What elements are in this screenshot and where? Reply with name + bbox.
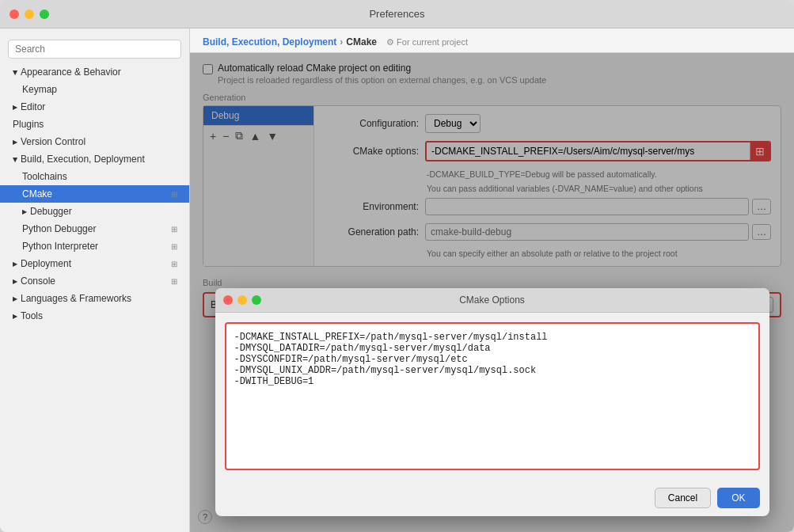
- expand-icon: ▶: [13, 260, 17, 268]
- sidebar-item-editor[interactable]: ▶ Editor: [0, 98, 189, 116]
- search-container: [0, 35, 189, 63]
- expand-icon: ▶: [22, 208, 27, 215]
- sidebar-item-label: Debugger: [30, 206, 72, 217]
- window-controls: [9, 10, 49, 19]
- expand-icon: ▶: [13, 104, 17, 111]
- expand-icon: ▶: [13, 313, 17, 320]
- sidebar-item-label: Version Control: [21, 136, 85, 147]
- expand-icon: ▶: [12, 70, 19, 74]
- close-button[interactable]: [9, 10, 19, 19]
- modal-footer: Cancel OK: [215, 480, 769, 516]
- sidebar-item-label: Console: [21, 276, 55, 287]
- deployment-icon: ⊞: [169, 258, 180, 269]
- sidebar-item-deployment[interactable]: ▶ Deployment ⊞: [0, 255, 189, 272]
- expand-icon: ▶: [13, 278, 17, 285]
- sidebar-item-label: Languages & Frameworks: [21, 293, 131, 304]
- main-panel: Build, Execution, Deployment › CMake ⚙ F…: [190, 28, 794, 532]
- sidebar-item-label: Appearance & Behavior: [21, 66, 121, 78]
- sidebar-item-python-debugger[interactable]: Python Debugger ⊞: [0, 220, 189, 238]
- modal-minimize-button[interactable]: [237, 295, 247, 305]
- main-header: Build, Execution, Deployment › CMake ⚙ F…: [190, 28, 794, 53]
- sidebar-item-label: Build, Execution, Deployment: [21, 154, 145, 165]
- modal-overlay: CMake Options -DCMAKE_INSTALL_PREFIX=/pa…: [190, 53, 794, 532]
- breadcrumb: Build, Execution, Deployment › CMake ⚙ F…: [203, 36, 781, 48]
- modal-close-button[interactable]: [223, 295, 233, 305]
- expand-icon: ▶: [13, 295, 17, 302]
- cmake-options-modal: CMake Options -DCMAKE_INSTALL_PREFIX=/pa…: [215, 288, 769, 516]
- breadcrumb-suffix: ⚙ For current project: [386, 37, 468, 48]
- breadcrumb-current: CMake: [346, 36, 377, 48]
- sidebar-item-label: Tools: [21, 310, 43, 321]
- sidebar-item-appearance[interactable]: ▶ Appearance & Behavior: [0, 63, 189, 81]
- python-debugger-icon: ⊞: [169, 223, 180, 234]
- console-icon: ⊞: [169, 276, 180, 287]
- cancel-button[interactable]: Cancel: [655, 488, 711, 508]
- sidebar-item-languages[interactable]: ▶ Languages & Frameworks: [0, 290, 189, 307]
- modal-body: -DCMAKE_INSTALL_PREFIX=/path/mysql-serve…: [215, 313, 769, 480]
- expand-icon: ▶: [13, 139, 17, 146]
- preferences-window: Preferences ▶ Appearance & Behavior Keym…: [0, 0, 794, 532]
- sidebar-item-python-interpreter[interactable]: Python Interpreter ⊞: [0, 238, 189, 255]
- breadcrumb-separator: ›: [340, 36, 343, 48]
- sidebar-item-version-control[interactable]: ▶ Version Control: [0, 133, 189, 150]
- sidebar: ▶ Appearance & Behavior Keymap ▶ Editor …: [0, 28, 190, 532]
- sidebar-item-cmake[interactable]: CMake ⊞: [0, 185, 189, 203]
- sidebar-item-debugger[interactable]: ▶ Debugger: [0, 203, 189, 220]
- sidebar-item-label: Keymap: [22, 84, 57, 95]
- main-content: ▶ Appearance & Behavior Keymap ▶ Editor …: [0, 28, 794, 532]
- expand-icon: ▶: [12, 157, 19, 162]
- sidebar-item-tools[interactable]: ▶ Tools: [0, 307, 189, 325]
- sidebar-item-console[interactable]: ▶ Console ⊞: [0, 272, 189, 290]
- breadcrumb-parent[interactable]: Build, Execution, Deployment: [203, 36, 336, 48]
- sidebar-item-label: Editor: [21, 101, 45, 112]
- modal-title: CMake Options: [459, 294, 525, 306]
- sidebar-item-label: Python Debugger: [22, 223, 96, 234]
- python-interpreter-icon: ⊞: [169, 241, 180, 252]
- sidebar-item-label: Toolchains: [22, 171, 67, 182]
- sidebar-item-label: CMake: [22, 188, 52, 200]
- search-input[interactable]: [8, 40, 181, 59]
- main-body: Automatically reload CMake project on ed…: [190, 53, 794, 532]
- titlebar: Preferences: [0, 0, 794, 28]
- sidebar-item-keymap[interactable]: Keymap: [0, 81, 189, 98]
- modal-window-controls: [223, 295, 261, 305]
- sidebar-item-label: Plugins: [13, 119, 44, 130]
- cmake-icon: ⊞: [169, 188, 180, 200]
- sidebar-item-toolchains[interactable]: Toolchains: [0, 168, 189, 185]
- ok-button[interactable]: OK: [717, 488, 759, 508]
- modal-textarea-box: -DCMAKE_INSTALL_PREFIX=/path/mysql-serve…: [225, 322, 760, 470]
- modal-maximize-button[interactable]: [252, 295, 261, 305]
- minimize-button[interactable]: [25, 10, 34, 19]
- sidebar-item-plugins[interactable]: Plugins: [0, 116, 189, 133]
- window-title: Preferences: [369, 8, 424, 20]
- maximize-button[interactable]: [40, 10, 49, 19]
- sidebar-item-build-execution[interactable]: ▶ Build, Execution, Deployment: [0, 150, 189, 168]
- cmake-options-textarea[interactable]: -DCMAKE_INSTALL_PREFIX=/path/mysql-serve…: [226, 324, 758, 466]
- sidebar-item-label: Deployment: [21, 258, 71, 269]
- modal-titlebar: CMake Options: [215, 288, 769, 313]
- sidebar-item-label: Python Interpreter: [22, 241, 98, 252]
